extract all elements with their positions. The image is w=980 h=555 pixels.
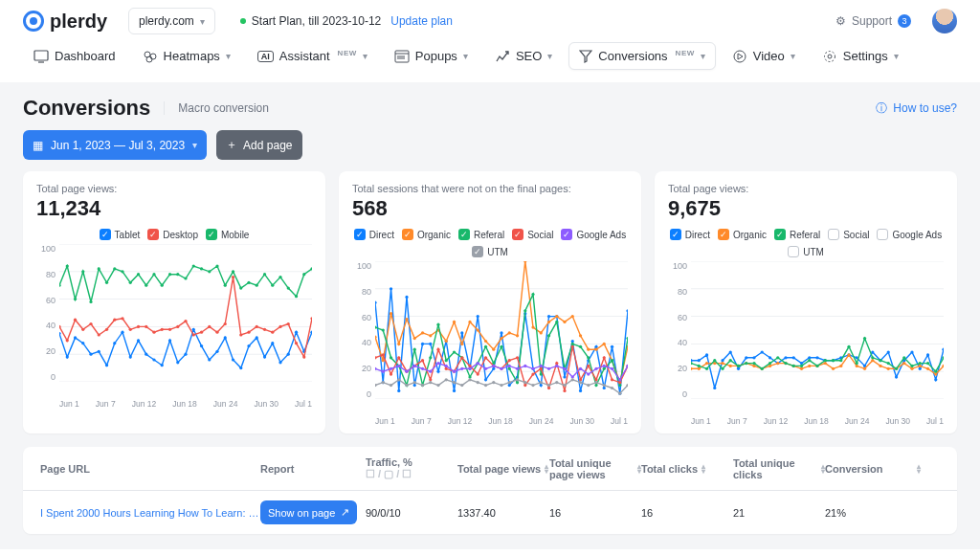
date-range-picker[interactable]: ▦ Jun 1, 2023 — Jul 3, 2023 ▾ — [23, 130, 207, 160]
th-clicks[interactable]: Total clicks ▴▾ — [641, 463, 733, 475]
legend-tablet[interactable]: ✓Tablet — [100, 229, 141, 240]
svg-point-39 — [224, 336, 227, 339]
svg-point-47 — [287, 353, 290, 356]
chevron-down-icon: ▾ — [791, 51, 795, 61]
svg-point-339 — [784, 356, 787, 359]
svg-point-32 — [168, 339, 171, 342]
svg-point-69 — [200, 331, 203, 334]
legend-google-ads[interactable]: ✓Google Ads — [561, 229, 626, 240]
legend-direct[interactable]: ✓Direct — [670, 229, 710, 240]
row-url[interactable]: I Spent 2000 Hours Learning How To Learn… — [40, 507, 260, 519]
sort-icon[interactable]: ▴▾ — [917, 464, 921, 474]
legend-organic[interactable]: ✓Organic — [402, 229, 451, 240]
brand-logo[interactable]: plerdy — [23, 11, 107, 33]
svg-point-80 — [287, 322, 290, 325]
user-avatar[interactable] — [932, 9, 957, 33]
th-report[interactable]: Report — [260, 463, 366, 475]
legend-social[interactable]: Social — [828, 229, 869, 240]
svg-point-100 — [184, 277, 187, 279]
sort-icon[interactable]: ▴▾ — [545, 464, 548, 474]
th-unique-views[interactable]: Total unique page views ▴▾ — [549, 457, 641, 480]
svg-point-307 — [523, 381, 526, 384]
legend-utm[interactable]: ✓UTM — [472, 246, 508, 257]
svg-point-268 — [477, 362, 479, 365]
svg-point-408 — [808, 359, 811, 362]
svg-point-312 — [563, 384, 566, 387]
svg-point-402 — [761, 367, 764, 370]
svg-point-283 — [594, 367, 597, 370]
svg-point-155 — [626, 309, 628, 312]
th-url[interactable]: Page URL — [40, 463, 260, 475]
svg-point-9 — [734, 51, 746, 62]
svg-point-162 — [421, 331, 424, 334]
svg-point-246 — [563, 389, 566, 392]
add-page-button[interactable]: ＋ Add page — [216, 130, 301, 160]
legend-referal[interactable]: ✓Referal — [774, 229, 820, 240]
svg-point-139 — [500, 331, 502, 334]
svg-point-329 — [705, 353, 708, 356]
domain-selector[interactable]: plerdy.com ▾ — [128, 8, 215, 34]
th-traffic[interactable]: Traffic, %☐ / ▢ / ☐ — [366, 456, 457, 480]
nav-video[interactable]: Video ▾ — [722, 42, 806, 70]
plus-icon: ＋ — [226, 137, 237, 153]
svg-point-385 — [887, 367, 890, 370]
svg-point-217 — [594, 384, 597, 387]
svg-point-398 — [729, 359, 732, 362]
th-conversion[interactable]: Conversion — [825, 463, 917, 475]
svg-point-46 — [278, 361, 281, 364]
nav-settings[interactable]: Settings ▾ — [812, 42, 909, 70]
svg-point-201 — [468, 375, 471, 378]
legend-mobile[interactable]: ✓Mobile — [206, 229, 249, 240]
update-plan-link[interactable]: Update plan — [390, 14, 453, 28]
svg-point-220 — [618, 384, 621, 387]
svg-point-302 — [484, 384, 487, 387]
svg-point-106 — [232, 270, 234, 273]
svg-point-304 — [500, 384, 502, 387]
svg-point-284 — [603, 365, 606, 367]
svg-point-303 — [492, 381, 495, 384]
legend-desktop[interactable]: ✓Desktop — [147, 229, 198, 240]
svg-point-148 — [571, 340, 574, 343]
legend-social[interactable]: ✓Social — [512, 229, 553, 240]
svg-point-239 — [508, 359, 511, 362]
svg-point-42 — [247, 344, 250, 347]
svg-point-126 — [397, 389, 400, 392]
nav-conversions[interactable]: ConversionsNEW ▾ — [568, 42, 715, 70]
how-to-link[interactable]: ⓘ How to use? — [876, 100, 957, 117]
svg-point-56 — [98, 333, 100, 336]
svg-point-110 — [263, 273, 266, 276]
svg-point-55 — [89, 322, 92, 325]
svg-point-77 — [263, 328, 266, 331]
legend-google-ads[interactable]: Google Ads — [877, 229, 942, 240]
show-on-page-button[interactable]: Show on page ↗ — [260, 500, 357, 524]
svg-point-390 — [926, 367, 929, 370]
card-value: 9,675 — [668, 196, 944, 221]
svg-point-81 — [295, 342, 298, 344]
svg-point-410 — [824, 359, 827, 362]
nav-heatmaps[interactable]: Heatmaps ▾ — [132, 42, 241, 70]
svg-point-18 — [59, 332, 61, 335]
card-0: Total page views:11,234✓Tablet✓Desktop✓M… — [23, 171, 325, 433]
nav-popups[interactable]: Popups ▾ — [384, 42, 479, 70]
svg-point-130 — [429, 343, 432, 345]
support-link[interactable]: ⚙ Support 3 — [835, 14, 911, 28]
th-unique-clicks[interactable]: Total unique clicks ▴▾ — [733, 457, 825, 480]
svg-point-401 — [752, 362, 755, 365]
nav-assistant[interactable]: AI AssistantNEW ▾ — [247, 42, 378, 70]
svg-point-360 — [691, 367, 693, 370]
legend-utm[interactable]: UTM — [788, 246, 824, 257]
sort-icon[interactable]: ▴▾ — [702, 464, 705, 474]
svg-point-365 — [729, 365, 732, 367]
legend-referal[interactable]: ✓Referal — [458, 229, 504, 240]
legend-direct[interactable]: ✓Direct — [354, 229, 394, 240]
svg-point-298 — [453, 381, 456, 384]
svg-point-45 — [271, 342, 274, 344]
nav-seo[interactable]: SEO ▾ — [484, 42, 563, 70]
svg-point-40 — [232, 358, 234, 361]
svg-point-63 — [152, 331, 155, 334]
legend-organic[interactable]: ✓Organic — [718, 229, 767, 240]
th-views[interactable]: Total page views ▴▾ — [457, 463, 549, 475]
nav-dashboard[interactable]: Dashboard — [23, 42, 126, 70]
svg-point-84 — [59, 284, 61, 287]
svg-point-83 — [310, 317, 312, 320]
